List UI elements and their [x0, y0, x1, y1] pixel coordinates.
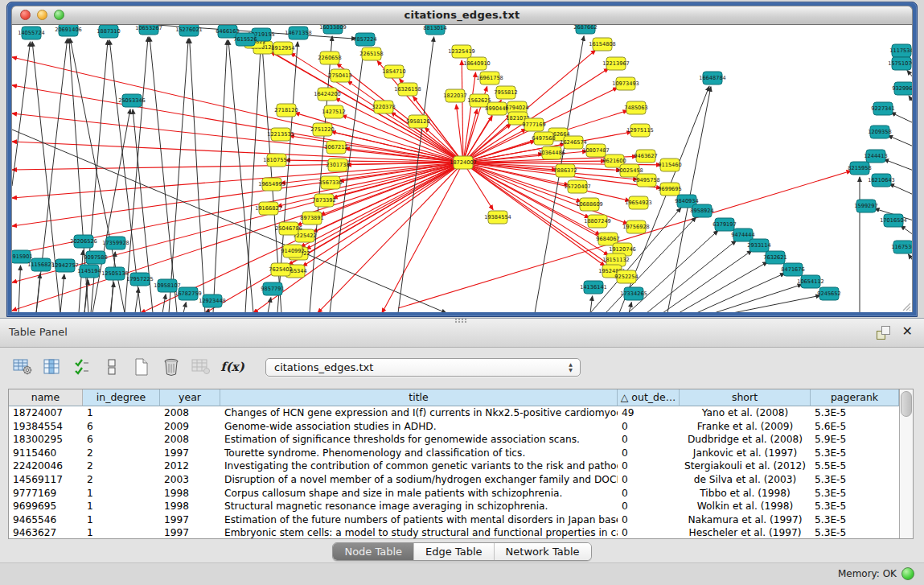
network-node[interactable]: 1244413: [864, 150, 887, 163]
network-node[interactable]: 2265158: [359, 47, 383, 60]
network-node[interactable]: 18724007: [450, 156, 477, 169]
network-node[interactable]: 17957225: [126, 273, 154, 286]
network-node[interactable]: 20691406: [55, 25, 82, 36]
network-node[interactable]: 19654923: [625, 196, 652, 209]
network-node[interactable]: 16782759: [175, 287, 202, 300]
network-node[interactable]: 14136141: [580, 281, 607, 294]
column-header-in_degree[interactable]: in_degree: [83, 389, 160, 406]
network-node[interactable]: 12325419: [448, 45, 475, 58]
network-node[interactable]: 9777169: [522, 118, 545, 131]
table-row[interactable]: 946362711997Embryonic stem cells: a mode…: [9, 526, 899, 538]
network-node[interactable]: 1117534: [889, 44, 913, 57]
column-header-year[interactable]: year: [160, 389, 220, 406]
network-node[interactable]: 10654112: [797, 275, 824, 288]
network-node[interactable]: 10653267: [135, 25, 162, 35]
network-node[interactable]: 7625402: [269, 263, 292, 276]
network-node[interactable]: 9252254: [614, 270, 638, 283]
network-node[interactable]: 9227341: [871, 102, 894, 115]
network-node[interactable]: 6497568: [532, 132, 555, 145]
table-selector-dropdown[interactable]: citations_edges.txt ▲▼: [265, 358, 581, 377]
network-node[interactable]: 11156823: [27, 258, 55, 271]
network-node[interactable]: 3567330: [318, 176, 342, 189]
network-node[interactable]: 10688609: [576, 198, 603, 211]
select-columns-icon[interactable]: [71, 356, 93, 377]
network-node[interactable]: 16648784: [699, 72, 726, 84]
network-node[interactable]: 7615526: [233, 33, 257, 46]
network-node[interactable]: 8813014: [423, 25, 446, 35]
network-node[interactable]: 2750413: [328, 69, 351, 82]
network-node[interactable]: 10973493: [612, 77, 639, 90]
network-node[interactable]: 12213967: [602, 57, 630, 70]
table-row[interactable]: 969969511998Structural magnetic resonanc…: [9, 500, 899, 513]
column-header-title[interactable]: title: [220, 389, 618, 406]
network-node[interactable]: 8912954: [271, 42, 294, 55]
network-node[interactable]: 1822037: [443, 89, 466, 102]
network-node[interactable]: 9463627: [634, 150, 657, 163]
network-node[interactable]: 18807249: [584, 215, 611, 228]
network-node[interactable]: 16033809: [319, 25, 347, 34]
table-row[interactable]: 946554611997Estimation of the future num…: [9, 513, 899, 527]
network-node[interactable]: 8471676: [781, 263, 804, 276]
network-node[interactable]: 25046786: [275, 222, 302, 235]
network-node[interactable]: 16326158: [394, 83, 421, 96]
network-node[interactable]: 2933114: [747, 239, 770, 252]
network-node[interactable]: 8973891: [300, 212, 323, 225]
network-node[interactable]: 20206526: [70, 235, 97, 248]
network-node[interactable]: 14055724: [18, 27, 45, 39]
network-node[interactable]: 5958120: [406, 115, 429, 128]
table-scrollbar[interactable]: [899, 389, 913, 538]
network-node[interactable]: 2718120: [274, 104, 298, 117]
table-row[interactable]: 1456911722003Disruption of a novel membe…: [9, 473, 899, 487]
network-node[interactable]: 8215958: [848, 162, 871, 175]
network-node[interactable]: 18640910: [463, 57, 491, 70]
network-node[interactable]: 6379197: [713, 218, 736, 231]
tab-node-table[interactable]: Node Table: [333, 543, 413, 560]
network-node[interactable]: 12975115: [626, 124, 654, 137]
network-node[interactable]: 3220378: [372, 101, 395, 113]
network-node[interactable]: 17334265: [620, 287, 647, 300]
function-builder-icon[interactable]: f(x): [220, 356, 245, 377]
network-node[interactable]: 2751220: [310, 123, 334, 136]
network-node[interactable]: 12505135: [101, 267, 129, 280]
network-node[interactable]: 19654993: [258, 178, 285, 191]
network-node[interactable]: 12942757: [51, 259, 79, 272]
memory-status[interactable]: Memory: OK: [838, 567, 914, 580]
scrollbar-thumb[interactable]: [901, 391, 912, 417]
table-row[interactable]: 1830029562008Estimation of significance …: [9, 433, 899, 447]
window-resize-grip[interactable]: [900, 300, 911, 311]
network-node[interactable]: 9097588: [84, 251, 107, 264]
network-node[interactable]: 20364486: [538, 146, 565, 159]
network-node[interactable]: 16961758: [476, 72, 503, 84]
network-node[interactable]: 9329966: [892, 82, 913, 95]
network-node[interactable]: 15720407: [564, 180, 591, 193]
network-node[interactable]: 19384554: [484, 211, 511, 224]
tab-network-table[interactable]: Network Table: [494, 543, 591, 560]
table-row[interactable]: 911546021997Tourette syndrome. Phenomeno…: [9, 447, 899, 460]
network-node[interactable]: 9115460: [658, 159, 681, 171]
network-node[interactable]: 12923448: [199, 295, 226, 307]
table-mode-icon[interactable]: [11, 356, 34, 377]
network-node[interactable]: 18107554: [263, 154, 290, 167]
network-node[interactable]: 12213533: [267, 128, 294, 141]
network-node[interactable]: 1599297: [854, 200, 877, 212]
network-node[interactable]: 15751074: [888, 57, 913, 70]
network-canvas[interactable]: 1872400722606582750413164242001427512275…: [11, 25, 913, 312]
close-window-button[interactable]: [20, 10, 31, 20]
network-node[interactable]: 14671358: [285, 27, 312, 39]
network-node[interactable]: 3067212: [324, 141, 347, 154]
column-header-name[interactable]: name: [9, 389, 83, 406]
network-node[interactable]: 19756928: [622, 220, 650, 233]
float-panel-icon[interactable]: [877, 326, 890, 340]
network-node[interactable]: 17359928: [102, 237, 129, 249]
network-node[interactable]: 9140992: [281, 245, 304, 257]
network-node[interactable]: 2687662: [573, 25, 597, 34]
network-node[interactable]: 1209358: [868, 126, 891, 138]
network-node[interactable]: 1427512: [322, 105, 345, 118]
network-node[interactable]: 16210643: [868, 174, 895, 187]
network-node[interactable]: 16424200: [314, 88, 341, 101]
delete-column-icon[interactable]: [160, 356, 183, 377]
close-panel-icon[interactable]: ✕: [902, 323, 913, 340]
network-node[interactable]: 7485063: [624, 101, 647, 114]
network-node[interactable]: 15276021: [175, 25, 203, 36]
network-node[interactable]: 25053346: [118, 94, 146, 107]
